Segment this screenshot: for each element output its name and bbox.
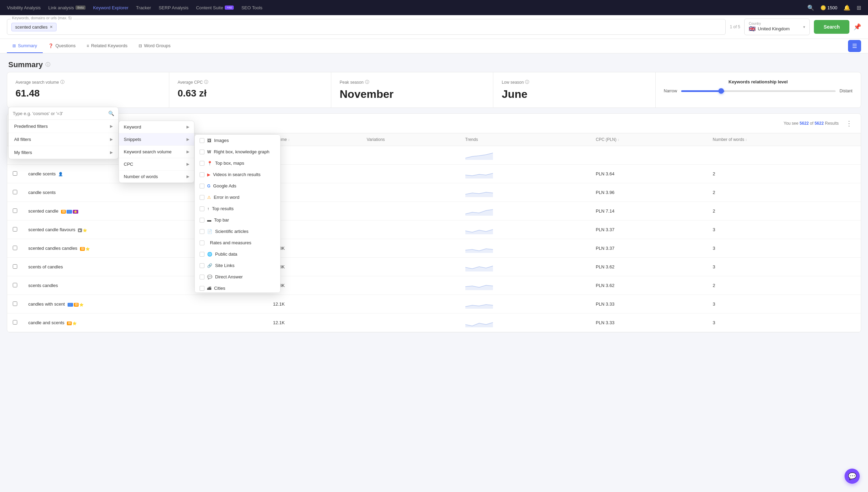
search-button[interactable]: Search <box>814 20 849 34</box>
row-check[interactable] <box>7 202 23 221</box>
info-icon-cpc[interactable]: ⓘ <box>204 79 208 85</box>
close-icon[interactable]: ✕ <box>50 25 53 29</box>
sub-item-keyword[interactable]: Keyword ▶ <box>119 121 194 133</box>
tab-summary[interactable]: ⊞ Summary <box>7 39 43 53</box>
check-box[interactable] <box>200 286 204 291</box>
sub-item-cpc[interactable]: CPC ▶ <box>119 158 194 171</box>
snippet-item-google-ads[interactable]: G Google Ads <box>195 180 280 192</box>
row-check[interactable] <box>7 165 23 183</box>
row-volume: 12.1K <box>268 314 361 332</box>
check-box[interactable] <box>200 184 204 188</box>
nav-visibility-analysis[interactable]: Visibility Analysis <box>7 5 41 10</box>
arrow-right-icon: ▶ <box>110 124 113 129</box>
snippet-item-top-box[interactable]: 📍 Top box, maps <box>195 157 280 169</box>
dropdown-item-predefined[interactable]: Predefined filters ▶ <box>9 120 118 133</box>
row-check[interactable] <box>7 314 23 332</box>
table-row: scented candle 🖼 🛒 ⭐ PLN 7.14 2 <box>7 202 861 221</box>
snippet-item-scientific[interactable]: 📄 Scientific articles <box>195 226 280 237</box>
summary-info-icon[interactable]: ⓘ <box>46 62 50 68</box>
row-variations <box>361 239 460 258</box>
info-icon-peak[interactable]: ⓘ <box>365 79 369 85</box>
col-volume[interactable]: Volume ↕ <box>268 133 361 146</box>
sub-item-number-of-words[interactable]: Number of words ▶ <box>119 171 194 183</box>
check-box[interactable] <box>200 161 204 166</box>
row-words: 3 <box>707 314 861 332</box>
nav-keyword-explorer[interactable]: Keyword Explorer <box>93 5 129 10</box>
check-box[interactable] <box>200 138 204 143</box>
grid-icon[interactable]: ⊞ <box>857 4 861 11</box>
check-box[interactable] <box>200 263 204 268</box>
snippet-item-images[interactable]: 🖼 Images <box>195 135 280 146</box>
snippet-item-right-box[interactable]: W Right box, knowledge graph <box>195 146 280 157</box>
page-title: Summary <box>8 60 43 69</box>
search-tag[interactable]: scented candles ✕ <box>11 23 57 31</box>
slider-track[interactable] <box>681 90 835 92</box>
row-cpc <box>590 146 707 165</box>
row-cpc: PLN 7.14 <box>590 202 707 221</box>
row-words: 3 <box>707 239 861 258</box>
tab-word-groups[interactable]: ⊟ Word Groups <box>133 39 176 53</box>
check-box[interactable] <box>200 172 204 177</box>
snippet-icon: 🖼 <box>207 138 211 143</box>
dropdown-item-all-filters[interactable]: All filters ▶ <box>9 133 118 146</box>
check-box[interactable] <box>200 150 204 154</box>
snippet-item-public-data[interactable]: 🌐 Public data <box>195 248 280 260</box>
snippet-item-site-links[interactable]: 🔗 Site Links <box>195 260 280 271</box>
row-check[interactable] <box>7 183 23 202</box>
country-flag: 🇬🇧 <box>749 25 756 32</box>
row-volume <box>268 183 361 202</box>
sub-item-kw-search-volume[interactable]: Keyword search volume ▶ <box>119 146 194 158</box>
snippet-icon: 🌐 <box>207 252 212 257</box>
check-box[interactable] <box>200 195 204 200</box>
row-check[interactable] <box>7 258 23 276</box>
row-check[interactable] <box>7 221 23 239</box>
check-box[interactable] <box>200 252 204 257</box>
pin-icon[interactable]: 📌 <box>854 23 861 31</box>
tab-related-keywords[interactable]: ≡ Related Keywords <box>81 39 133 53</box>
svg-marker-6 <box>465 266 493 271</box>
check-box[interactable] <box>200 218 204 223</box>
row-words: 3 <box>707 295 861 314</box>
snippet-item-videos[interactable]: ▶ Videos in search results <box>195 169 280 180</box>
info-icon-low[interactable]: ⓘ <box>525 79 529 85</box>
nav-seo-tools[interactable]: SEO Tools <box>241 5 262 10</box>
row-variations <box>361 221 460 239</box>
sub-item-snippets[interactable]: Snippets ▶ <box>119 133 194 146</box>
check-box[interactable] <box>200 275 204 279</box>
nav-tracker[interactable]: Tracker <box>136 5 151 10</box>
search-icon[interactable]: 🔍 <box>807 4 814 11</box>
dropdown-search-input[interactable] <box>13 111 105 116</box>
check-box[interactable] <box>200 229 204 234</box>
beta-badge: Beta <box>75 6 85 10</box>
snippet-item-cities[interactable]: 🏙 Cities <box>195 283 280 293</box>
nav-content-suite[interactable]: Content Suite +AI <box>196 5 234 10</box>
snippet-icon: ▬ <box>207 218 211 223</box>
info-icon-volume[interactable]: ⓘ <box>60 79 64 85</box>
col-cpc[interactable]: CPC (PLN) ↕ <box>590 133 707 146</box>
nav-serp-analysis[interactable]: SERP Analysis <box>159 5 188 10</box>
snippet-item-error[interactable]: ⚠ Error in word <box>195 192 280 203</box>
col-words[interactable]: Number of words ↕ <box>707 133 861 146</box>
more-options-button[interactable]: ⋮ <box>843 118 855 129</box>
snippet-item-top-results[interactable]: ↑ Top results <box>195 203 280 214</box>
country-selector[interactable]: Country 🇬🇧 United Kingdom ▾ <box>744 19 810 35</box>
country-value: United Kingdom <box>758 26 790 31</box>
row-check[interactable] <box>7 239 23 258</box>
bell-icon[interactable]: 🔔 <box>844 4 850 11</box>
tab-questions[interactable]: ❓ Questions <box>43 39 81 53</box>
svg-marker-9 <box>465 322 493 327</box>
snippet-item-direct-answer[interactable]: 💬 Direct Answer <box>195 271 280 283</box>
row-variations <box>361 276 460 295</box>
row-words: 2 <box>707 202 861 221</box>
snippet-item-top-bar[interactable]: ▬ Top bar <box>195 214 280 226</box>
dropdown-item-my-filters[interactable]: My filters ▶ <box>9 146 118 159</box>
snippet-item-rates[interactable]: Rates and measures <box>195 237 280 248</box>
row-check[interactable] <box>7 276 23 295</box>
country-label: Country <box>749 22 790 25</box>
check-box[interactable] <box>200 206 204 211</box>
slider-thumb[interactable] <box>718 88 724 94</box>
menu-button[interactable]: ☰ <box>848 40 861 52</box>
nav-link-analysis[interactable]: Link analysis Beta <box>48 5 85 10</box>
check-box[interactable] <box>200 240 204 245</box>
row-check[interactable] <box>7 295 23 314</box>
